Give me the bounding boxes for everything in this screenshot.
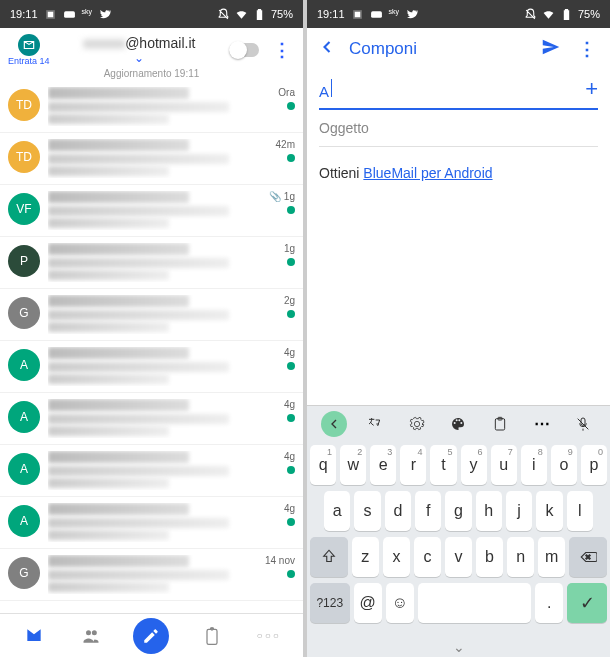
mail-preview [48, 399, 249, 438]
mail-item[interactable]: P 1g [0, 237, 303, 289]
mail-item[interactable]: A 4g [0, 341, 303, 393]
status-bar: 19:11 sky 75% [307, 0, 610, 28]
mail-time: 42m [276, 139, 295, 150]
kb-translate-icon[interactable] [362, 411, 388, 437]
sky-icon: sky [82, 8, 93, 21]
body-field[interactable]: Ottieni BlueMail per Android [319, 147, 598, 199]
avatar: A [8, 401, 40, 433]
key-p[interactable]: p0 [581, 445, 607, 485]
mail-time: 2g [284, 295, 295, 306]
key-e[interactable]: e3 [370, 445, 396, 485]
svg-rect-1 [371, 11, 382, 18]
status-time: 19:11 [317, 8, 345, 20]
phone-compose: 19:11 sky 75% Componi ⋮ A + Oggetto Otti… [307, 0, 610, 657]
send-button[interactable] [540, 36, 562, 62]
kb-expand-icon[interactable] [321, 411, 347, 437]
wifi-icon [235, 8, 248, 21]
avatar: G [8, 297, 40, 329]
key-w[interactable]: w2 [340, 445, 366, 485]
kb-settings-icon[interactable] [404, 411, 430, 437]
app-logo-icon[interactable] [18, 34, 40, 56]
nav-inbox-icon[interactable] [20, 622, 48, 650]
key-shift[interactable] [310, 537, 348, 577]
nav-more-icon[interactable]: ○○○ [255, 622, 283, 650]
kb-mic-icon[interactable] [570, 411, 596, 437]
overflow-menu-icon[interactable]: ⋮ [269, 39, 295, 61]
key-u[interactable]: u7 [491, 445, 517, 485]
bluemail-link[interactable]: BlueMail per Android [363, 165, 492, 181]
mail-time: 📎 1g [269, 191, 295, 202]
subject-field[interactable]: Oggetto [319, 110, 598, 147]
key-symbols[interactable]: ?123 [310, 583, 350, 623]
nfc-icon [44, 8, 57, 21]
key-t[interactable]: t5 [430, 445, 456, 485]
kb-more-icon[interactable]: ⋯ [529, 411, 555, 437]
mail-item[interactable]: A 4g [0, 445, 303, 497]
key-n[interactable]: n [507, 537, 534, 577]
key-g[interactable]: g [445, 491, 471, 531]
overflow-menu-icon[interactable]: ⋮ [574, 38, 600, 60]
key-space[interactable] [418, 583, 531, 623]
bottom-nav: ○○○ [0, 613, 303, 657]
key-y[interactable]: y6 [461, 445, 487, 485]
mail-list[interactable]: TD Ora TD 42m VF 📎 1g P 1g G 2g A 4g A [0, 81, 303, 613]
kb-clipboard-icon[interactable] [487, 411, 513, 437]
key-z[interactable]: z [352, 537, 379, 577]
key-v[interactable]: v [445, 537, 472, 577]
svg-rect-0 [64, 11, 75, 18]
key-j[interactable]: j [506, 491, 532, 531]
kb-theme-icon[interactable] [445, 411, 471, 437]
key-period[interactable]: . [535, 583, 563, 623]
compose-button[interactable] [133, 618, 169, 654]
mail-time: 4g [284, 451, 295, 462]
key-i[interactable]: i8 [521, 445, 547, 485]
key-backspace[interactable] [569, 537, 607, 577]
mail-time: 4g [284, 399, 295, 410]
key-a[interactable]: a [324, 491, 350, 531]
key-m[interactable]: m [538, 537, 565, 577]
mail-item[interactable]: A 4g [0, 393, 303, 445]
key-s[interactable]: s [354, 491, 380, 531]
mail-item[interactable]: TD 42m [0, 133, 303, 185]
account-selector[interactable]: xxxxxx@hotmail.it ⌄ [58, 35, 221, 65]
to-field[interactable]: A + [319, 70, 598, 110]
kb-collapse-handle[interactable]: ⌄ [307, 637, 610, 657]
key-at[interactable]: @ [354, 583, 382, 623]
key-c[interactable]: c [414, 537, 441, 577]
key-d[interactable]: d [385, 491, 411, 531]
dark-mode-toggle[interactable] [229, 43, 259, 57]
key-q[interactable]: q1 [310, 445, 336, 485]
battery-pct: 75% [578, 8, 600, 20]
key-f[interactable]: f [415, 491, 441, 531]
mail-item[interactable]: G 14 nov [0, 549, 303, 601]
key-h[interactable]: h [476, 491, 502, 531]
avatar: A [8, 453, 40, 485]
key-enter[interactable]: ✓ [567, 583, 607, 623]
key-k[interactable]: k [536, 491, 562, 531]
sky-icon: sky [389, 8, 400, 21]
nfc-icon [351, 8, 364, 21]
key-o[interactable]: o9 [551, 445, 577, 485]
mail-item[interactable]: G 2g [0, 289, 303, 341]
add-recipient-icon[interactable]: + [585, 76, 598, 102]
phone-inbox: 19:11 sky 75% Entrata 14 xxxxxx@hotmail.… [0, 0, 303, 657]
avatar: G [8, 557, 40, 589]
mail-item[interactable]: TD Ora [0, 81, 303, 133]
nav-clipboard-icon[interactable] [198, 622, 226, 650]
key-r[interactable]: r4 [400, 445, 426, 485]
dnd-icon [524, 8, 537, 21]
avatar: A [8, 349, 40, 381]
unread-dot-icon [287, 570, 295, 578]
key-b[interactable]: b [476, 537, 503, 577]
unread-dot-icon [287, 258, 295, 266]
key-emoji[interactable]: ☺ [386, 583, 414, 623]
key-l[interactable]: l [567, 491, 593, 531]
compose-header: Componi ⋮ [307, 28, 610, 70]
mail-item[interactable]: VF 📎 1g [0, 185, 303, 237]
key-x[interactable]: x [383, 537, 410, 577]
nav-people-icon[interactable] [77, 622, 105, 650]
back-button[interactable] [317, 37, 337, 61]
mail-preview [48, 503, 249, 542]
mail-item[interactable]: A 4g [0, 497, 303, 549]
inbox-badge: Entrata 14 [8, 56, 50, 66]
